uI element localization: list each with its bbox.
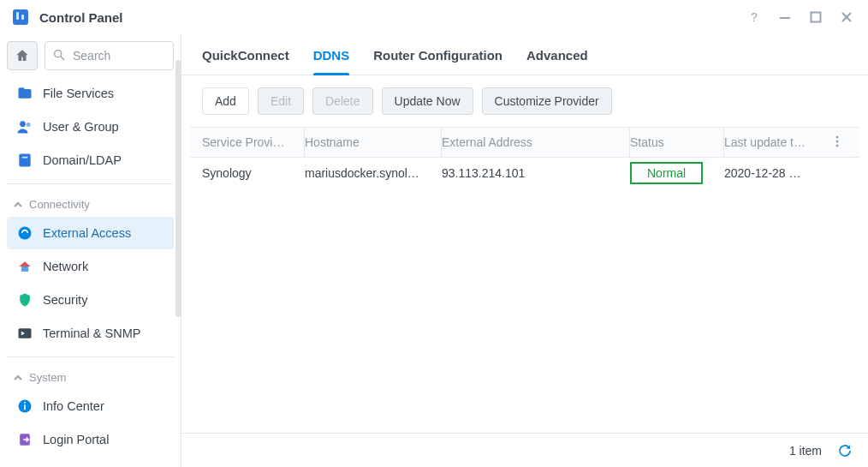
sidebar-item-label: Network: [43, 260, 88, 273]
toolbar: Add Edit Delete Update Now Customize Pro…: [181, 75, 868, 127]
svg-point-8: [20, 121, 26, 127]
add-button[interactable]: Add: [202, 87, 249, 115]
minimize-button[interactable]: [774, 6, 796, 28]
svg-point-9: [27, 123, 31, 127]
tabs: QuickConnect DDNS Router Configuration A…: [181, 34, 868, 75]
svg-point-12: [19, 227, 32, 240]
svg-rect-2: [21, 15, 24, 20]
sidebar-group-label: Connectivity: [29, 198, 90, 211]
svg-rect-17: [24, 402, 26, 404]
sidebar-item-label: Security: [43, 293, 87, 307]
search-input[interactable]: [71, 48, 166, 63]
edit-button[interactable]: Edit: [258, 87, 304, 115]
row-count: 1 item: [789, 444, 822, 458]
main: QuickConnect DDNS Router Configuration A…: [181, 34, 868, 467]
svg-rect-13: [21, 266, 28, 272]
svg-point-20: [836, 140, 839, 142]
col-hostname[interactable]: Hostname: [305, 128, 442, 157]
sidebar-item-external-access[interactable]: External Access: [7, 217, 174, 249]
sidebar-item-terminal-snmp[interactable]: Terminal & SNMP: [7, 317, 174, 350]
link-icon: [15, 225, 34, 242]
col-service-provider[interactable]: Service Provi…: [202, 128, 305, 157]
update-now-button[interactable]: Update Now: [382, 87, 473, 115]
app-icon: [10, 7, 31, 27]
svg-text:?: ?: [751, 10, 758, 24]
chevron-up-icon: [12, 199, 24, 211]
maximize-button[interactable]: [805, 6, 827, 28]
tab-router-configuration[interactable]: Router Configuration: [373, 48, 502, 75]
cell-provider: Synology: [202, 166, 305, 180]
sidebar-item-label: Login Portal: [43, 433, 109, 446]
sidebar-item-network[interactable]: Network: [7, 250, 174, 283]
folder-icon: [15, 85, 34, 102]
house-icon: [15, 258, 34, 275]
search-box[interactable]: [45, 41, 174, 70]
sidebar-item-file-services[interactable]: File Services: [7, 77, 174, 110]
ddns-table: Service Provi… Hostname External Address…: [181, 127, 868, 433]
table-footer: 1 item: [181, 433, 868, 467]
svg-rect-10: [19, 154, 30, 167]
svg-point-6: [55, 50, 62, 57]
status-badge: Normal: [630, 162, 703, 184]
col-last-update[interactable]: Last update t…: [724, 128, 827, 157]
sidebar-item-domain-ldap[interactable]: Domain/LDAP: [7, 144, 174, 177]
home-button[interactable]: [7, 41, 38, 70]
sidebar-item-label: Domain/LDAP: [43, 153, 122, 167]
svg-rect-0: [13, 9, 28, 25]
customize-provider-button[interactable]: Customize Provider: [482, 87, 612, 115]
help-button[interactable]: ?: [743, 6, 765, 28]
sidebar-group-system[interactable]: System: [7, 356, 174, 389]
cell-hostname: mariusdocker.synol…: [305, 166, 442, 180]
shield-icon: [15, 291, 34, 308]
col-external-address[interactable]: External Address: [442, 128, 630, 157]
sidebar-scrollbar[interactable]: [175, 60, 181, 317]
portal-icon: [15, 431, 34, 448]
info-icon: [15, 398, 34, 415]
sidebar-item-security[interactable]: Security: [7, 284, 174, 316]
search-icon: [52, 48, 66, 64]
chevron-up-icon: [12, 372, 24, 384]
delete-button[interactable]: Delete: [312, 87, 372, 115]
table-row[interactable]: Synology mariusdocker.synol… 93.113.214.…: [190, 158, 859, 189]
svg-rect-5: [812, 13, 821, 22]
table-header: Service Provi… Hostname External Address…: [190, 127, 859, 158]
cell-updated: 2020-12-28 …: [724, 166, 827, 180]
sidebar-item-user-group[interactable]: User & Group: [7, 111, 174, 143]
sidebar-item-login-portal[interactable]: Login Portal: [7, 423, 174, 456]
sidebar: File Services User & Group Domain/LDAP C…: [0, 34, 181, 467]
tab-advanced[interactable]: Advanced: [526, 48, 588, 75]
svg-rect-14: [19, 328, 32, 338]
sidebar-group-label: System: [29, 371, 66, 384]
sidebar-group-connectivity[interactable]: Connectivity: [7, 183, 174, 216]
cell-external: 93.113.214.101: [442, 166, 630, 180]
col-status[interactable]: Status: [630, 128, 724, 157]
sidebar-item-label: File Services: [43, 87, 114, 100]
svg-rect-11: [22, 157, 28, 159]
tab-ddns[interactable]: DDNS: [313, 48, 350, 75]
titlebar: Control Panel ?: [0, 0, 868, 34]
svg-rect-16: [24, 404, 26, 410]
svg-point-19: [836, 135, 839, 138]
svg-line-7: [61, 57, 64, 60]
sidebar-item-label: User & Group: [43, 120, 119, 134]
sidebar-item-label: External Access: [43, 226, 131, 240]
sidebar-item-label: Info Center: [43, 399, 104, 413]
sidebar-item-label: Terminal & SNMP: [43, 326, 140, 340]
window-title: Control Panel: [39, 10, 123, 25]
cell-status: Normal: [630, 162, 724, 184]
tab-quickconnect[interactable]: QuickConnect: [202, 48, 289, 75]
svg-point-21: [836, 144, 839, 147]
svg-rect-4: [780, 17, 790, 19]
terminal-icon: [15, 325, 34, 342]
users-icon: [15, 118, 34, 135]
svg-rect-1: [16, 12, 19, 20]
table-columns-more-icon[interactable]: [827, 135, 847, 150]
sidebar-item-info-center[interactable]: Info Center: [7, 390, 174, 422]
book-icon: [15, 152, 34, 169]
close-button[interactable]: [835, 6, 858, 28]
refresh-button[interactable]: [837, 443, 853, 458]
